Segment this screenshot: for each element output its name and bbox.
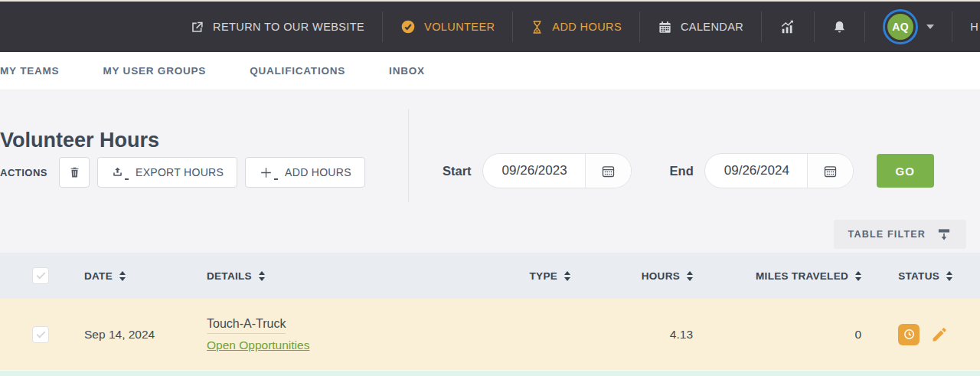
calendar-icon [658, 20, 672, 34]
details-cell: Touch-A-Truck Open Opportunities [184, 317, 436, 352]
start-date-calendar-button[interactable] [585, 154, 631, 188]
page-title: Volunteer Hours [0, 129, 159, 152]
export-hours-button[interactable]: EXPORT HOURS [97, 157, 237, 188]
nav-item-my-user-groups[interactable]: MY USER GROUPS [103, 65, 206, 77]
column-header-hours[interactable]: HOURS [570, 270, 693, 282]
date-filter-bar: Start End [443, 153, 934, 188]
status-cell [861, 324, 980, 345]
select-all-checkbox[interactable] [32, 267, 49, 284]
add-hours-menu-item[interactable]: ADD HOURS [513, 2, 639, 52]
column-label: MILES TRAVELED [756, 270, 848, 282]
end-date-pill [704, 153, 854, 188]
sort-icon [564, 271, 570, 281]
main-content: Volunteer Hours ACTIONS EXPORT HOURS [0, 90, 980, 376]
edit-entry-button[interactable] [929, 325, 949, 345]
truncated-menu-label: H [970, 21, 978, 33]
end-date-label: End [670, 164, 694, 178]
table-row: Sep 14, 2024 Touch-A-Truck Open Opportun… [0, 299, 980, 370]
stats-menu-item[interactable] [762, 2, 814, 52]
start-date-pill [482, 153, 632, 188]
sort-icon [687, 271, 693, 281]
hours-cell: 4.13 [570, 328, 693, 342]
checkmark-icon [36, 270, 45, 280]
delete-hours-button[interactable] [59, 157, 90, 188]
account-menu[interactable]: AQ [865, 2, 952, 52]
sort-icon [119, 271, 126, 281]
column-header-date[interactable]: DATE [61, 270, 184, 282]
row-select-cell [0, 326, 61, 343]
column-header-miles[interactable]: MILES TRAVELED [693, 270, 861, 282]
upload-icon [111, 166, 124, 179]
add-hours-label: ADD HOURS [552, 21, 622, 33]
opportunity-title-link[interactable]: Touch-A-Truck [207, 317, 286, 334]
actions-label: ACTIONS [0, 167, 47, 178]
table-filter-button[interactable]: TABLE FILTER [834, 220, 966, 249]
end-date-input[interactable] [705, 154, 807, 188]
external-link-icon [190, 20, 204, 34]
check-circle-icon [400, 19, 416, 34]
row-checkbox[interactable] [32, 326, 49, 343]
add-hours-label: ADD HOURS [285, 166, 351, 178]
bell-icon [832, 20, 847, 34]
pending-status-icon [898, 324, 920, 345]
start-date-input[interactable] [483, 154, 585, 188]
nav-item-my-teams[interactable]: MY TEAMS [0, 65, 59, 77]
secondary-nav: MY TEAMS MY USER GROUPS QUALIFICATIONS I… [0, 52, 980, 90]
return-to-website-label: RETURN TO OUR WEBSITE [213, 21, 364, 33]
table-header-row: DATE DETAILS TYPE HOURS MILES TRAVELED S… [0, 253, 980, 299]
actions-toolbar: ACTIONS EXPORT HOURS [0, 157, 373, 188]
topbar: RETURN TO OUR WEBSITE VOLUNTEER ADD HOUR… [0, 2, 980, 52]
plus-icon [259, 165, 273, 180]
column-label: DATE [84, 270, 113, 282]
calendar-menu-item[interactable]: CALENDAR [640, 2, 761, 52]
column-header-status[interactable]: STATUS [861, 270, 980, 282]
open-opportunities-link[interactable]: Open Opportunities [207, 338, 309, 352]
start-date-label: Start [443, 164, 472, 178]
sort-icon [946, 271, 952, 281]
date-cell: Sep 14, 2024 [61, 328, 184, 342]
sort-icon [259, 271, 265, 281]
column-label: STATUS [898, 270, 939, 282]
nav-item-qualifications[interactable]: QUALIFICATIONS [250, 65, 345, 77]
hourglass-icon [531, 20, 544, 34]
nav-item-inbox[interactable]: INBOX [389, 65, 425, 77]
bar-chart-icon [779, 18, 796, 35]
icon-baseline-mark [125, 178, 129, 180]
volunteer-label: VOLUNTEER [424, 21, 495, 33]
trash-icon [68, 165, 81, 179]
next-row-edge [0, 370, 980, 376]
table-filter-label: TABLE FILTER [848, 229, 926, 240]
notifications-menu-item[interactable] [815, 2, 864, 52]
checkmark-icon [36, 329, 45, 338]
chevron-down-icon [926, 25, 934, 29]
column-header-type[interactable]: TYPE [436, 270, 570, 282]
hours-table: DATE DETAILS TYPE HOURS MILES TRAVELED S… [0, 253, 980, 370]
avatar: AQ [887, 14, 913, 40]
column-header-details[interactable]: DETAILS [184, 270, 436, 282]
header-select-all-cell [0, 267, 61, 284]
miles-cell: 0 [693, 328, 861, 342]
column-label: TYPE [530, 270, 557, 282]
truncated-menu-item[interactable]: H [952, 2, 980, 52]
section-divider [408, 109, 409, 202]
return-to-website-link[interactable]: RETURN TO OUR WEBSITE [172, 2, 382, 52]
export-hours-label: EXPORT HOURS [136, 166, 224, 178]
volunteer-menu-item[interactable]: VOLUNTEER [383, 2, 512, 52]
filter-collapse-icon [936, 227, 952, 242]
add-hours-button[interactable]: ADD HOURS [245, 157, 365, 188]
calendar-label: CALENDAR [681, 21, 743, 33]
sort-icon [855, 271, 861, 281]
avatar-ring: AQ [883, 9, 918, 44]
go-button[interactable]: GO [877, 154, 934, 188]
column-label: DETAILS [207, 270, 252, 282]
icon-baseline-mark [274, 178, 278, 180]
column-label: HOURS [642, 270, 680, 282]
end-date-calendar-button[interactable] [807, 154, 853, 188]
